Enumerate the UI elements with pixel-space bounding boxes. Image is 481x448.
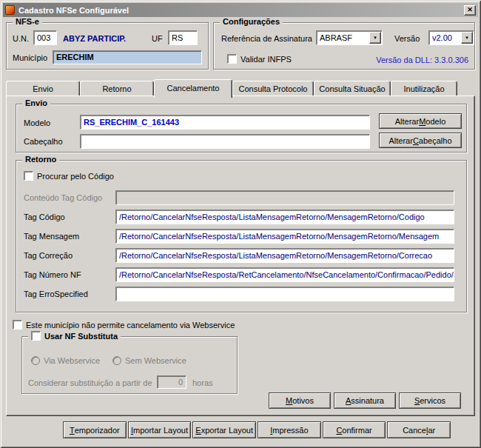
- tag-correcao-field[interactable]: /Retorno/CancelarNfseResposta/ListaMensa…: [115, 248, 454, 263]
- validar-infps-checkbox[interactable]: Validar INFPS: [227, 54, 292, 64]
- envio-group-title: Envio: [22, 98, 50, 107]
- exportar-layout-button[interactable]: Exportar Layout: [192, 421, 256, 438]
- municipio-label: Município: [13, 53, 47, 62]
- sem-webservice-radio-circle: [112, 356, 121, 365]
- assinatura-button[interactable]: Assinatura: [334, 392, 396, 409]
- uf-label: UF: [152, 34, 163, 43]
- ref-assinatura-label: Referência de Assinatura: [221, 34, 312, 43]
- via-webservice-label: Via Webservice: [44, 356, 100, 365]
- tab-retorno[interactable]: Retorno: [80, 81, 154, 96]
- procurar-codigo-label: Procurar pelo Código: [37, 172, 114, 181]
- tag-correcao-label: Tag Correção: [24, 251, 73, 260]
- via-webservice-radio: Via Webservice: [31, 356, 100, 365]
- versao-value: v2.00: [432, 33, 452, 42]
- tag-codigo-field[interactable]: /Retorno/CancelarNfseResposta/ListaMensa…: [115, 210, 454, 224]
- usar-nf-substituta-checkbox[interactable]: Usar NF Substituta: [28, 331, 121, 341]
- procurar-codigo-checkbox[interactable]: Procurar pelo Código: [24, 171, 114, 181]
- no-webservice-label: Este município não permite cancelamento …: [26, 321, 235, 330]
- versao-dropdown-icon[interactable]: ▼: [461, 32, 473, 44]
- versao-label: Versão: [394, 34, 420, 43]
- temporizador-button[interactable]: Temporizador: [63, 421, 127, 438]
- config-group: Configurações Referência de Assinatura A…: [213, 22, 475, 70]
- confirmar-button[interactable]: Confirmar: [323, 421, 386, 438]
- uf-field[interactable]: RS: [168, 30, 198, 45]
- validar-infps-box[interactable]: [227, 54, 237, 64]
- footer-button-row: Temporizador Importar Layout Exportar La…: [63, 421, 451, 438]
- considerar-label: Considerar substituição a partir de: [28, 378, 152, 387]
- dll-version-text: Versão da DLL: 3.3.0.306: [376, 56, 468, 64]
- tab-inutilizacao[interactable]: Inutilização: [391, 81, 457, 96]
- conteudo-tag-field: [115, 190, 454, 205]
- cancelar-button[interactable]: Cancelar: [387, 421, 451, 438]
- tag-errospecified-field[interactable]: [115, 287, 454, 301]
- nf-substituta-group: Usar NF Substituta Via Webservice Sem We…: [21, 336, 238, 394]
- versao-select[interactable]: v2.00 ▼: [428, 30, 474, 45]
- no-webservice-checkbox[interactable]: Este município não permite cancelamento …: [13, 320, 235, 330]
- modelo-label: Modelo: [24, 118, 50, 127]
- tab-strip: Envio Retorno Cancelamento Consulta Prot…: [6, 78, 475, 96]
- nfse-group: NFS-e U.N. 003 ABYZ PARTICIP. UF RS Muni…: [6, 22, 209, 70]
- cabecalho-label: Cabeçalho: [24, 137, 63, 146]
- ref-assinatura-dropdown-icon[interactable]: ▼: [369, 32, 381, 44]
- tag-mensagem-label: Tag Mensagem: [24, 232, 79, 241]
- tab-panel-cancelamento: Envio Modelo RS_ERECHIM_C_161443 Cabeçal…: [6, 96, 475, 416]
- window-title: Cadastro NFSe Configurável: [18, 6, 460, 15]
- impressao-button[interactable]: Impressão: [258, 421, 321, 438]
- tag-mensagem-field[interactable]: /Retorno/CancelarNfseResposta/ListaMensa…: [115, 229, 454, 244]
- sem-webservice-label: Sem Webservice: [125, 356, 186, 365]
- ref-assinatura-value: ABRASF: [320, 33, 352, 42]
- servicos-button[interactable]: Servicos: [399, 392, 461, 409]
- cabecalho-field[interactable]: [80, 134, 370, 149]
- tab-consulta-protocolo[interactable]: Consulta Protocolo: [232, 81, 314, 96]
- tab-cancelamento[interactable]: Cancelamento: [154, 79, 232, 98]
- importar-layout-button[interactable]: Importar Layout: [128, 421, 192, 438]
- envio-group: Envio Modelo RS_ERECHIM_C_161443 Cabeçal…: [16, 104, 467, 153]
- retorno-group: Retorno Procurar pelo Código Conteúdo Ta…: [16, 160, 467, 312]
- sem-webservice-radio: Sem Webservice: [112, 356, 186, 365]
- conteudo-tag-label: Conteúdo Tag Código: [24, 193, 102, 202]
- tab-envio[interactable]: Envio: [6, 81, 80, 96]
- app-icon: [5, 5, 15, 15]
- ref-assinatura-select[interactable]: ABRASF ▼: [316, 30, 383, 45]
- tag-numero-nf-label: Tag Número NF: [24, 270, 81, 279]
- usar-nf-substituta-label: Usar NF Substituta: [44, 332, 118, 341]
- dialog-cadastro-nfse: { "window": { "title": "Cadastro NFSe Co…: [0, 0, 481, 448]
- tab-consulta-situacao[interactable]: Consulta Situação: [314, 81, 391, 96]
- title-bar[interactable]: Cadastro NFSe Configurável ✕: [3, 3, 478, 17]
- un-field[interactable]: 003: [33, 30, 57, 45]
- horas-field: 0: [157, 375, 186, 389]
- un-label: U.N.: [13, 34, 29, 43]
- tag-errospecified-label: Tag ErroSpecified: [24, 290, 88, 298]
- modelo-field[interactable]: RS_ERECHIM_C_161443: [80, 115, 370, 130]
- tag-numero-nf-field[interactable]: /Retorno/CancelarNfseResposta/RetCancela…: [115, 267, 454, 282]
- usar-nf-substituta-box[interactable]: [31, 331, 41, 341]
- nfse-group-title: NFS-e: [13, 17, 42, 26]
- procurar-codigo-box[interactable]: [24, 171, 33, 181]
- municipio-field[interactable]: ERECHIM: [53, 50, 202, 64]
- motivos-button[interactable]: Motivos: [269, 392, 331, 409]
- close-button[interactable]: ✕: [464, 5, 476, 16]
- alterar-modelo-button[interactable]: Alterar Modelo: [379, 113, 462, 129]
- close-icon: ✕: [467, 7, 473, 13]
- retorno-group-title: Retorno: [22, 155, 59, 164]
- config-group-title: Configurações: [220, 17, 283, 26]
- horas-label: horas: [192, 378, 213, 387]
- alterar-cabecalho-button[interactable]: Alterar Cabeçalho: [379, 133, 462, 148]
- via-webservice-radio-circle: [31, 356, 40, 365]
- no-webservice-box[interactable]: [13, 320, 22, 330]
- validar-infps-label: Validar INFPS: [240, 55, 292, 64]
- company-label: ABYZ PARTICIP.: [63, 34, 126, 43]
- tag-codigo-label: Tag Código: [24, 213, 65, 221]
